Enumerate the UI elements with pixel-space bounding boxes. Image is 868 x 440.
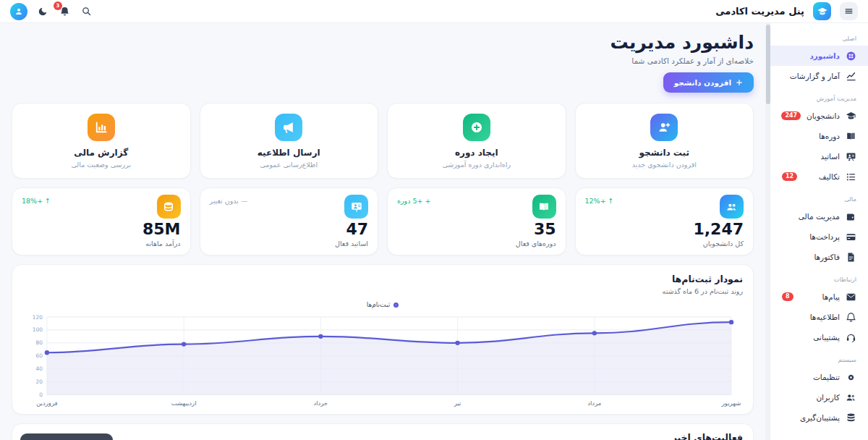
- vertical-scrollbar: [765, 23, 770, 440]
- sidebar-item-support[interactable]: پشتیبانی: [770, 327, 868, 347]
- bottom-overlay-pill: [20, 433, 113, 440]
- sidebar-section-education: مدیریت آموزش: [770, 86, 868, 106]
- svg-text:خرداد: خرداد: [313, 400, 328, 407]
- user-avatar[interactable]: [10, 3, 27, 20]
- sidebar-item-financial-management[interactable]: مدیریت مالی: [770, 206, 868, 227]
- sidebar-item-label: پرداخت‌ها: [809, 232, 840, 241]
- sidebar-item-label: پشتیبان‌گیری: [800, 413, 840, 422]
- quick-action-subtitle: اطلاع‌رسانی عمومی: [208, 161, 371, 169]
- quick-action-title: ارسال اطلاعیه: [208, 148, 371, 158]
- header-actions-group: 3: [10, 3, 93, 20]
- sidebar-item-backup[interactable]: پشتیبان‌گیری: [770, 407, 868, 428]
- sidebar-item-invoices[interactable]: فاکتورها: [770, 247, 868, 267]
- quick-action-title: ایجاد دوره: [395, 148, 558, 158]
- sidebar-item-label: اطلاعیه‌ها: [810, 313, 840, 321]
- quick-action-register-student[interactable]: ثبت دانشجو افزودن دانشجوی جدید: [575, 103, 754, 179]
- trend-value: بدون تغییر: [210, 197, 239, 205]
- svg-text:0: 0: [39, 392, 43, 398]
- sidebar-section-main: اصلی: [770, 26, 868, 46]
- assignments-count-badge: 12: [782, 172, 797, 181]
- sidebar-item-assignments[interactable]: تکالیف 12: [770, 166, 868, 187]
- quick-actions-row: ثبت دانشجو افزودن دانشجوی جدید ایجاد دور…: [12, 103, 754, 179]
- student-icon: [846, 111, 856, 122]
- svg-text:اردیبهشت: اردیبهشت: [171, 400, 197, 407]
- hamburger-icon: [844, 7, 854, 16]
- app-logo: [813, 2, 831, 20]
- sidebar-item-label: دانشجویان: [807, 111, 840, 120]
- stat-label: درآمد ماهانه: [22, 240, 181, 248]
- sidebar-item-payments[interactable]: پرداخت‌ها: [770, 227, 868, 247]
- add-student-button-label: افزودن دانشجو: [674, 78, 731, 87]
- sidebar-item-label: فاکتورها: [814, 253, 840, 261]
- quick-action-title: گزارش مالی: [20, 148, 183, 158]
- stat-label: اساتید فعال: [210, 240, 369, 248]
- quick-action-financial-report[interactable]: گزارش مالی بررسی وضعیت مالی: [12, 103, 191, 179]
- graduation-cap-icon: [817, 6, 828, 17]
- sidebar-item-label: آمار و گزارشات: [790, 72, 840, 80]
- quick-action-create-course[interactable]: ایجاد دوره راه‌اندازی دوره آموزشی: [387, 103, 566, 179]
- enrollment-chart-svg: 020406080100120فروردیناردیبهشتخردادتیرمر…: [22, 310, 743, 409]
- sidebar-item-dashboard[interactable]: داشبورد: [770, 46, 868, 66]
- enrollment-chart-card: نمودار ثبت‌نام‌ها روند ثبت‌نام در 6 ماه …: [12, 264, 754, 414]
- sidebar-section-communications: ارتباطات: [770, 267, 868, 287]
- megaphone-icon: [275, 114, 302, 141]
- scrollbar-thumb[interactable]: [766, 25, 770, 104]
- svg-text:100: 100: [33, 327, 43, 334]
- chart-subtitle: روند ثبت‌نام در 6 ماه گذشته: [22, 287, 743, 295]
- notifications-button[interactable]: 3: [58, 5, 71, 18]
- quick-action-subtitle: بررسی وضعیت مالی: [20, 161, 183, 169]
- tasks-icon: [846, 172, 856, 182]
- trend-value: +18%: [22, 197, 43, 205]
- headset-icon: [846, 332, 856, 343]
- search-button[interactable]: [80, 5, 93, 18]
- stat-label: دوره‌های فعال: [397, 240, 556, 248]
- sidebar-item-settings[interactable]: تنظیمات: [770, 367, 868, 387]
- sidebar-item-label: اساتید: [820, 152, 840, 161]
- quick-action-subtitle: افزودن دانشجوی جدید: [583, 161, 746, 169]
- main-content: داشبورد مدیریت خلاصه‌ای از آمار و عملکرد…: [0, 23, 765, 440]
- page-subtitle: خلاصه‌ای از آمار و عملکرد اکادمی شما: [12, 56, 754, 65]
- gear-icon: [846, 372, 856, 383]
- user-plus-icon: [650, 114, 678, 141]
- credit-card-icon: [846, 232, 856, 242]
- coins-icon: [157, 195, 181, 219]
- svg-text:مرداد: مرداد: [587, 400, 601, 407]
- svg-text:شهریور: شهریور: [721, 400, 741, 407]
- stat-card-total-students: ↑ +12% 1,247 کل دانشجویان: [575, 187, 754, 255]
- sidebar-item-courses[interactable]: دوره‌ها: [770, 126, 868, 146]
- analytics-icon: [846, 71, 856, 82]
- dark-mode-toggle[interactable]: [36, 5, 49, 18]
- chart-legend[interactable]: ثبت‌نام‌ها: [22, 301, 743, 308]
- book-icon: [846, 131, 856, 142]
- presentation-icon: [344, 195, 368, 219]
- sidebar-item-teachers[interactable]: اساتید: [770, 146, 868, 166]
- stat-trend: — بدون تغییر: [210, 197, 248, 205]
- moon-icon: [38, 7, 48, 17]
- sidebar-section-system: سیستم: [770, 347, 868, 367]
- svg-text:120: 120: [33, 314, 43, 321]
- sidebar-item-messages[interactable]: پیام‌ها 8: [770, 287, 868, 307]
- legend-marker-icon: [393, 302, 399, 308]
- sidebar-section-finance: مالی: [770, 187, 868, 206]
- sidebar-item-users[interactable]: کاربران: [770, 387, 868, 407]
- quick-action-send-announcement[interactable]: ارسال اطلاعیه اطلاع‌رسانی عمومی: [200, 103, 379, 179]
- svg-text:تیر: تیر: [454, 400, 461, 407]
- sidebar-item-label: پیام‌ها: [822, 292, 840, 301]
- quick-action-title: ثبت دانشجو: [583, 148, 746, 158]
- page-title: داشبورد مدیریت: [12, 32, 754, 53]
- sidebar-item-label: مدیریت مالی: [799, 212, 840, 221]
- chart-title: نمودار ثبت‌نام‌ها: [22, 274, 743, 284]
- sidebar-item-label: تنظیمات: [813, 373, 840, 381]
- recent-activities-title: فعالیت‌های اخیر: [22, 432, 743, 440]
- sidebar-item-label: تکالیف: [819, 172, 840, 181]
- stats-row: ↑ +12% 1,247 کل دانشجویان + +5 دوره: [12, 187, 754, 255]
- header-brand-group: پنل مدیریت اکادمی: [715, 2, 858, 20]
- add-student-button[interactable]: افزودن دانشجو: [663, 72, 754, 93]
- teacher-icon: [846, 151, 856, 162]
- sidebar-item-reports[interactable]: آمار و گزارشات: [770, 66, 868, 86]
- menu-button[interactable]: [840, 2, 858, 20]
- sidebar-item-students[interactable]: دانشجویان 247: [770, 106, 868, 126]
- app-title: پنل مدیریت اکادمی: [715, 6, 804, 17]
- trend-arrow-icon: ↑: [45, 197, 51, 205]
- sidebar-item-announcements[interactable]: اطلاعیه‌ها: [770, 307, 868, 327]
